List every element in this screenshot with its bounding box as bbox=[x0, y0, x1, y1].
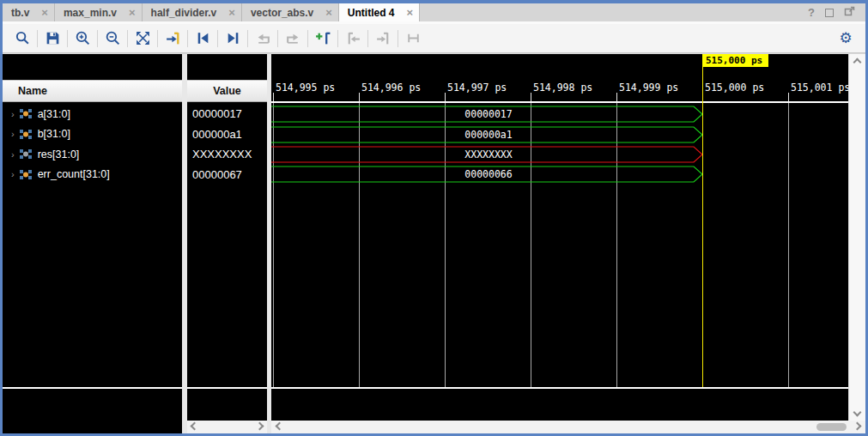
value-row[interactable]: 00000067 bbox=[187, 165, 267, 185]
wave-horizontal-scrollbar[interactable] bbox=[271, 421, 865, 433]
value-row[interactable]: 000000a1 bbox=[187, 124, 267, 144]
zoom-in-icon[interactable] bbox=[71, 27, 94, 50]
signal-value: 00000017 bbox=[187, 107, 242, 120]
scroll-down-icon[interactable] bbox=[853, 409, 862, 417]
scroll-left-icon[interactable] bbox=[191, 422, 199, 431]
panel-bottom-divider bbox=[187, 387, 267, 389]
signal-value: XXXXXXXX bbox=[187, 148, 252, 160]
bus-signal-icon bbox=[20, 169, 33, 180]
signal-row-res[interactable]: › res[31:0] bbox=[3, 144, 182, 164]
toolbar-separator bbox=[37, 30, 38, 47]
previous-edge-icon[interactable] bbox=[252, 27, 274, 50]
tab-untitled-4[interactable]: Untitled 4 × bbox=[339, 3, 420, 21]
close-icon[interactable]: × bbox=[407, 7, 414, 18]
wave-bus-b[interactable]: 000000a1 bbox=[271, 126, 706, 143]
value-horizontal-scrollbar[interactable] bbox=[187, 421, 267, 433]
wave-bus-value: 000000a1 bbox=[464, 129, 512, 141]
scroll-right-icon[interactable] bbox=[256, 422, 264, 431]
expand-chevron-icon[interactable]: › bbox=[11, 129, 15, 139]
tab-max-min-v[interactable]: max_min.v × bbox=[55, 3, 143, 21]
time-cursor-line[interactable] bbox=[702, 67, 703, 387]
maximize-icon[interactable] bbox=[825, 9, 834, 17]
tab-half-divider-v[interactable]: half_divider.v × bbox=[143, 3, 242, 21]
time-tick-label: 514,999 ps bbox=[619, 82, 678, 94]
time-tick-label: 514,996 ps bbox=[361, 82, 421, 94]
bus-signal-icon bbox=[20, 108, 33, 119]
time-gridline bbox=[788, 103, 789, 387]
bus-signal-icon bbox=[20, 148, 33, 160]
go-to-cursor-icon[interactable] bbox=[161, 27, 184, 50]
close-icon[interactable]: × bbox=[129, 7, 136, 18]
expand-chevron-icon[interactable]: › bbox=[11, 149, 15, 160]
next-transition-icon[interactable] bbox=[222, 27, 244, 50]
zoom-fit-icon[interactable] bbox=[131, 27, 154, 50]
wave-bus-err-count[interactable]: 00000066 bbox=[271, 166, 706, 183]
signal-name: err_count[31:0] bbox=[38, 168, 110, 180]
wave-bus-value: 00000066 bbox=[464, 168, 512, 180]
wave-bus-res[interactable]: XXXXXXXX bbox=[271, 146, 706, 163]
swap-cursors-icon[interactable] bbox=[402, 27, 424, 50]
save-icon[interactable] bbox=[41, 27, 64, 50]
wave-window-content: Name › a[31:0] › b[31:0] › res[31:0] › e… bbox=[3, 54, 865, 433]
tab-label: tb.v bbox=[11, 7, 29, 19]
signal-name: b[31:0] bbox=[38, 128, 70, 140]
editor-tab-bar: tb.v × max_min.v × half_divider.v × vect… bbox=[3, 3, 865, 21]
signal-name: a[31:0] bbox=[38, 108, 70, 120]
bus-signal-icon bbox=[20, 129, 33, 140]
value-row[interactable]: 00000017 bbox=[187, 104, 267, 124]
panel-bottom-divider bbox=[3, 387, 182, 389]
value-header-label: Value bbox=[213, 85, 241, 97]
toolbar-separator bbox=[127, 30, 128, 47]
wave-vertical-scrollbar[interactable] bbox=[848, 54, 865, 421]
close-icon[interactable]: × bbox=[41, 7, 48, 18]
scroll-left-icon[interactable] bbox=[276, 422, 284, 431]
toolbar-separator bbox=[217, 30, 218, 47]
name-header-label: Name bbox=[18, 85, 47, 97]
scrollbar-thumb[interactable] bbox=[816, 423, 847, 431]
signal-name-panel: Name › a[31:0] › b[31:0] › res[31:0] › e… bbox=[3, 54, 182, 433]
add-marker-icon[interactable] bbox=[312, 27, 334, 50]
help-icon[interactable]: ? bbox=[808, 6, 815, 19]
waveform-area[interactable]: 515,000 ps 514,995 ps 514,996 ps 514,997… bbox=[271, 54, 848, 433]
zoom-out-icon[interactable] bbox=[101, 27, 124, 50]
value-column-header: Value bbox=[187, 80, 267, 102]
signal-row-b[interactable]: › b[31:0] bbox=[3, 124, 182, 144]
float-window-icon[interactable] bbox=[844, 6, 855, 20]
signal-value: 000000a1 bbox=[187, 128, 242, 141]
cursor-time-flag[interactable]: 515,000 ps bbox=[702, 54, 768, 67]
scroll-right-icon[interactable] bbox=[853, 422, 862, 431]
wave-bus-value: XXXXXXXX bbox=[464, 148, 512, 160]
tab-label: vector_abs.v bbox=[251, 7, 313, 19]
tab-label: max_min.v bbox=[64, 7, 117, 19]
next-marker-icon[interactable] bbox=[372, 27, 394, 50]
close-icon[interactable]: × bbox=[325, 7, 332, 18]
panel-bottom-divider bbox=[271, 387, 848, 389]
toolbar-separator bbox=[277, 30, 278, 47]
time-tick-label: 515,000 ps bbox=[705, 82, 764, 94]
tab-tb-v[interactable]: tb.v × bbox=[3, 3, 55, 21]
signal-row-a[interactable]: › a[31:0] bbox=[3, 104, 182, 124]
close-icon[interactable]: × bbox=[228, 7, 235, 18]
toolbar-separator bbox=[67, 30, 68, 47]
scroll-up-icon[interactable] bbox=[853, 58, 862, 67]
toolbar-separator bbox=[187, 30, 188, 47]
next-edge-icon[interactable] bbox=[282, 27, 304, 50]
wave-bus-a[interactable]: 00000017 bbox=[271, 106, 706, 123]
signal-value-panel: Value 00000017 000000a1 XXXXXXXX 0000006… bbox=[187, 54, 267, 433]
tab-vector-abs-v[interactable]: vector_abs.v × bbox=[242, 3, 339, 21]
expand-chevron-icon[interactable]: › bbox=[11, 169, 15, 179]
time-axis-line bbox=[271, 101, 848, 103]
value-row[interactable]: XXXXXXXX bbox=[187, 144, 267, 164]
waveform-viewer-window: tb.v × max_min.v × half_divider.v × vect… bbox=[0, 0, 868, 436]
time-tick-label: 514,995 ps bbox=[276, 82, 335, 94]
previous-marker-icon[interactable] bbox=[342, 27, 364, 50]
search-icon[interactable] bbox=[11, 27, 33, 50]
wave-bus-value: 00000017 bbox=[464, 108, 512, 120]
expand-chevron-icon[interactable]: › bbox=[11, 109, 15, 119]
previous-transition-icon[interactable] bbox=[191, 27, 214, 50]
toolbar-separator bbox=[398, 30, 398, 47]
settings-gear-icon[interactable]: ⚙ bbox=[835, 27, 857, 50]
toolbar-separator bbox=[247, 30, 248, 47]
signal-row-err-count[interactable]: › err_count[31:0] bbox=[3, 165, 182, 185]
signal-value: 00000067 bbox=[187, 168, 242, 181]
